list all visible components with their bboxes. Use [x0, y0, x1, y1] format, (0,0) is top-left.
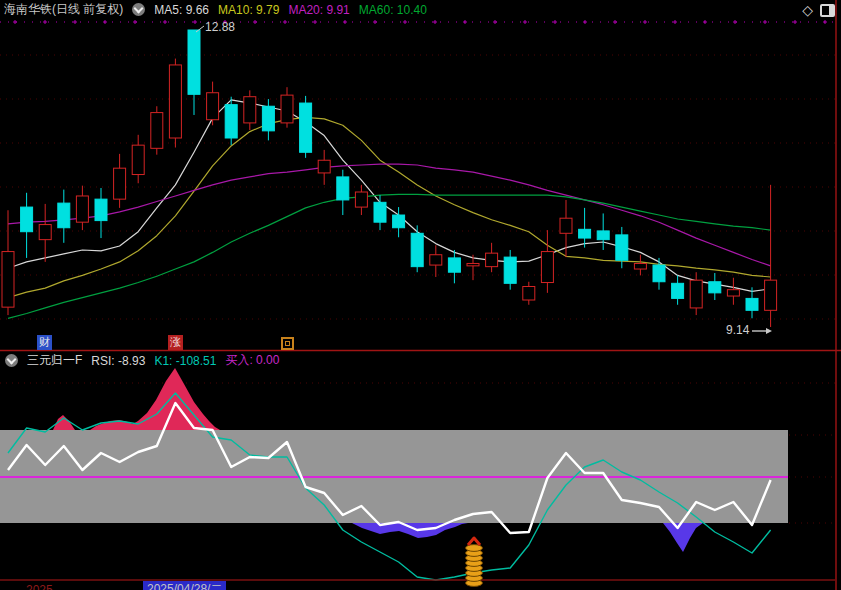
indicator-chevron-down-icon[interactable] [5, 354, 18, 367]
window-icon[interactable] [820, 4, 835, 17]
rsi-value-label: RSI: -8.93 [91, 354, 145, 368]
stock-chart-canvas[interactable] [0, 0, 841, 590]
stock-title: 海南华铁(日线 前复权) [4, 1, 123, 18]
date-axis: 2025 2025/04/28/二 [0, 581, 841, 590]
low-price-label: 9.14 [726, 323, 749, 337]
indicator-name[interactable]: 三元归一F [27, 352, 82, 369]
chevron-down-icon[interactable] [132, 3, 145, 16]
high-price-label: 12.88 [205, 20, 235, 34]
buy-value-label: 买入: 0.00 [225, 352, 279, 369]
ma10-label: MA10: 9.79 [218, 3, 279, 17]
indicator-header: 三元归一F RSI: -8.93 K1: -108.51 买入: 0.00 [0, 352, 841, 369]
axis-date-highlight[interactable]: 2025/04/28/二 [143, 581, 226, 590]
axis-label-left: 2025 [26, 583, 53, 590]
ma5-label: MA5: 9.66 [154, 3, 209, 17]
corner-controls: ◇ [802, 3, 835, 17]
diamond-icon[interactable]: ◇ [802, 3, 813, 17]
k1-value-label: K1: -108.51 [154, 354, 216, 368]
ma20-label: MA20: 9.91 [288, 3, 349, 17]
gold-frame-icon[interactable] [281, 337, 294, 350]
badge-cai[interactable]: 财 [37, 335, 52, 350]
ma60-label: MA60: 10.40 [359, 3, 427, 17]
top-bar: 海南华铁(日线 前复权) MA5: 9.66 MA10: 9.79 MA20: … [0, 0, 841, 19]
app-window: 海南华铁(日线 前复权) MA5: 9.66 MA10: 9.79 MA20: … [0, 0, 841, 590]
badge-zhang[interactable]: 涨 [168, 335, 183, 350]
